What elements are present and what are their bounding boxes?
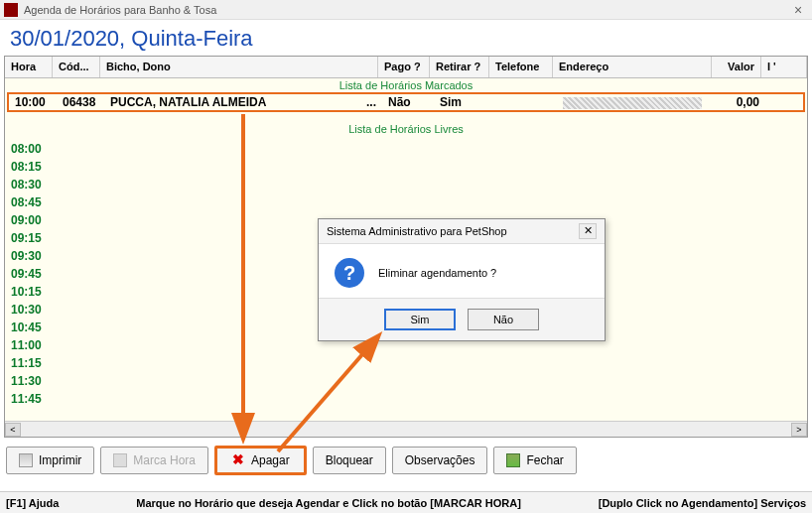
list-item[interactable]: 11:30 (11, 372, 807, 390)
list-item[interactable]: 11:45 (11, 390, 807, 408)
dialog-title: Sistema Administrativo para PetShop (327, 225, 507, 237)
col-hora[interactable]: Hora (5, 57, 53, 77)
col-valor[interactable]: Valor (712, 57, 761, 77)
list-item[interactable]: 08:00 (11, 140, 807, 158)
cell-bicho: PUCCA, NATALIA ALMEIDA (104, 93, 360, 111)
cell-last (765, 100, 803, 104)
notes-button[interactable]: Observações (392, 447, 488, 474)
close-button[interactable]: Fechar (493, 447, 576, 474)
section-booked-label: Lista de Horários Marcados (5, 78, 807, 92)
horizontal-scrollbar[interactable]: < > (5, 421, 807, 437)
close-icon[interactable]: × (788, 2, 808, 18)
list-item[interactable]: 08:15 (11, 158, 807, 176)
section-free-label: Lista de Horários Livres (5, 122, 807, 136)
col-telefone[interactable]: Telefone (489, 57, 553, 77)
block-button[interactable]: Bloquear (313, 447, 386, 474)
dialog-buttons: Sim Não (319, 299, 605, 340)
dialog-titlebar: Sistema Administrativo para PetShop ✕ (319, 219, 605, 243)
delete-button[interactable]: ✖ Apagar (214, 446, 307, 475)
door-icon (506, 453, 520, 467)
col-pago[interactable]: Pago ? (378, 57, 430, 77)
window-titlebar: Agenda de Horários para Banho & Tosa × (0, 0, 812, 20)
cell-dots: ... (360, 93, 382, 111)
cell-hora: 10:00 (9, 93, 57, 111)
calendar-icon (113, 453, 127, 467)
dialog-yes-button[interactable]: Sim (384, 309, 456, 330)
cell-pago: Não (382, 93, 434, 111)
cell-valor: 0,00 (716, 93, 765, 111)
scroll-left-icon[interactable]: < (5, 423, 21, 437)
printer-icon (19, 453, 33, 467)
list-item[interactable]: 08:45 (11, 193, 807, 211)
question-icon: ? (335, 258, 364, 288)
status-mid: Marque no Horário que deseja Agendar e C… (59, 497, 598, 509)
dialog-message: Eliminar agendamento ? (378, 267, 496, 279)
dialog-close-icon[interactable]: ✕ (579, 223, 597, 239)
col-retirar[interactable]: Retirar ? (430, 57, 489, 77)
cell-endereco (557, 93, 716, 111)
cell-retirar: Sim (434, 93, 493, 111)
col-bicho[interactable]: Bicho, Dono (100, 57, 378, 77)
date-heading: 30/01/2020, Quinta-Feira (0, 20, 812, 56)
status-bar: [F1] Ajuda Marque no Horário que deseja … (0, 491, 812, 513)
col-endereco[interactable]: Endereço (553, 57, 712, 77)
dialog-body: ? Eliminar agendamento ? (319, 243, 605, 299)
table-row[interactable]: 10:00 06438 PUCCA, NATALIA ALMEIDA ... N… (7, 92, 805, 112)
confirm-dialog: Sistema Administrativo para PetShop ✕ ? … (318, 218, 606, 341)
mark-hour-button: Marca Hora (100, 447, 208, 474)
col-last[interactable]: I ' (761, 57, 807, 77)
block-label: Bloquear (326, 453, 373, 467)
window-title: Agenda de Horários para Banho & Tosa (24, 4, 788, 16)
print-label: Imprimir (39, 453, 81, 467)
col-cod[interactable]: Cód... (53, 57, 100, 77)
redacted-block (563, 97, 702, 109)
print-button[interactable]: Imprimir (6, 447, 94, 474)
list-item[interactable]: 11:15 (11, 354, 807, 372)
delete-label: Apagar (251, 453, 290, 467)
app-icon (4, 3, 18, 17)
status-left: [F1] Ajuda (6, 497, 59, 509)
list-item[interactable]: 08:30 (11, 176, 807, 193)
cell-cod: 06438 (57, 93, 104, 111)
close-label: Fechar (526, 453, 563, 467)
cell-telefone (493, 100, 557, 104)
dialog-no-button[interactable]: Não (468, 309, 539, 330)
x-icon: ✖ (231, 453, 245, 467)
table-header: Hora Cód... Bicho, Dono Pago ? Retirar ?… (5, 57, 807, 78)
notes-label: Observações (405, 453, 475, 467)
toolbar: Imprimir Marca Hora ✖ Apagar Bloquear Ob… (0, 438, 812, 483)
status-right: [Duplo Click no Agendamento] Serviços (599, 497, 806, 509)
scroll-right-icon[interactable]: > (791, 423, 807, 437)
mark-label: Marca Hora (133, 453, 196, 467)
